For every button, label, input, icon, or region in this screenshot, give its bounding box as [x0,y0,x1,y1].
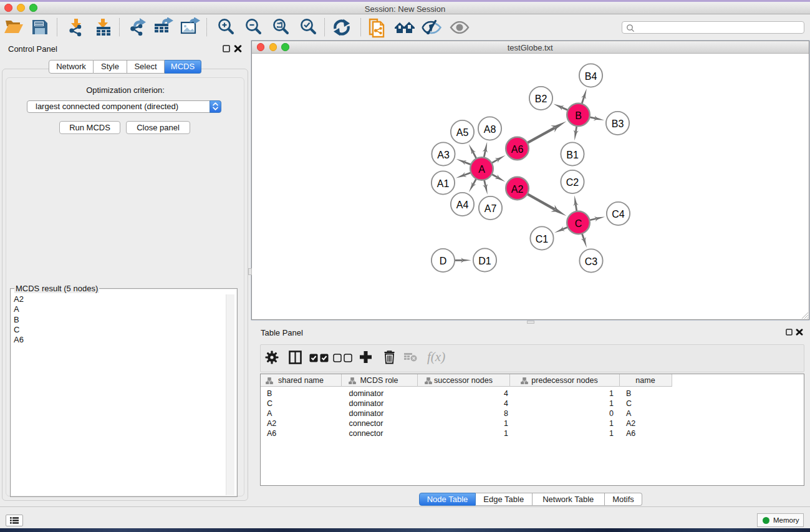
svg-text:B3: B3 [611,118,624,129]
svg-text:B: B [575,110,582,120]
svg-text:B2: B2 [534,94,547,104]
svg-text:A6: A6 [511,143,523,154]
svg-text:A1: A1 [436,178,449,188]
svg-text:D: D [439,256,446,266]
svg-text:A5: A5 [456,127,468,138]
svg-text:A7: A7 [484,203,496,214]
svg-text:C2: C2 [566,177,579,188]
svg-text:B1: B1 [566,149,579,160]
svg-text:C1: C1 [535,233,548,244]
svg-text:C: C [574,218,582,228]
svg-text:B4: B4 [584,70,597,81]
svg-text:A: A [478,164,485,175]
svg-text:D1: D1 [478,255,491,266]
svg-text:A8: A8 [483,123,496,134]
svg-text:C4: C4 [612,209,625,220]
svg-text:A2: A2 [511,183,523,194]
svg-text:A3: A3 [437,149,450,160]
svg-text:A4: A4 [456,200,468,210]
svg-text:C3: C3 [584,256,597,266]
